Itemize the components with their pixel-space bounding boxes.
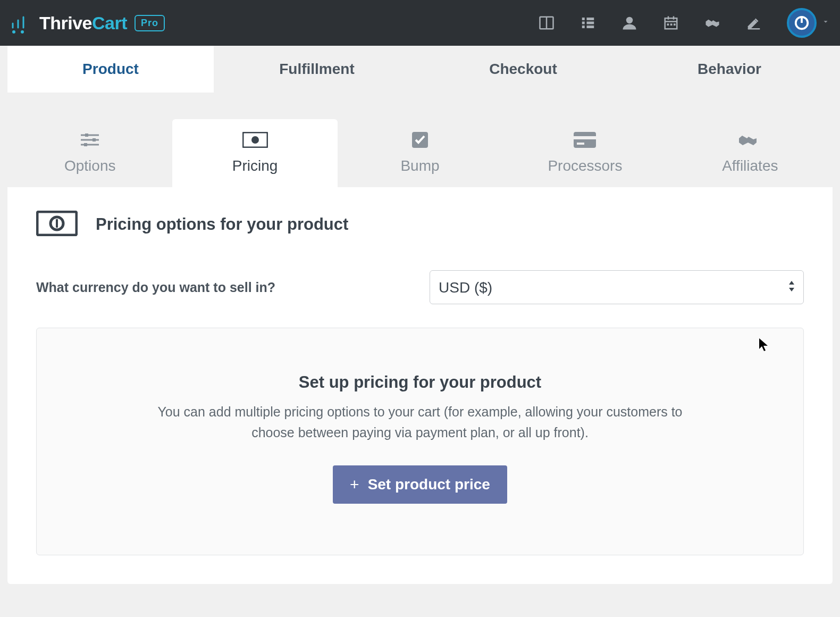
svg-rect-32 xyxy=(574,132,596,148)
logo-cart-icon xyxy=(10,12,32,34)
svg-rect-20 xyxy=(674,23,676,26)
svg-point-4 xyxy=(21,30,24,34)
columns-icon[interactable] xyxy=(538,14,555,31)
logo-part1: Thrive xyxy=(39,13,92,33)
subtab-options[interactable]: Options xyxy=(7,119,172,187)
subtab-options-label: Options xyxy=(64,157,116,174)
svg-rect-27 xyxy=(93,138,96,141)
money-icon xyxy=(36,211,78,238)
card-icon xyxy=(574,132,596,148)
logo-text: ThriveCart xyxy=(39,13,127,34)
svg-rect-10 xyxy=(587,22,594,24)
svg-rect-8 xyxy=(587,18,594,20)
svg-rect-26 xyxy=(85,134,88,137)
subtab-affiliates[interactable]: Affiliates xyxy=(668,119,833,187)
pricing-panel: Pricing options for your product What cu… xyxy=(7,187,833,584)
currency-select[interactable]: USD ($) xyxy=(430,270,804,304)
set-product-price-button[interactable]: + Set product price xyxy=(333,465,507,504)
subtab-bump-label: Bump xyxy=(400,157,439,174)
svg-rect-9 xyxy=(582,22,585,24)
svg-rect-7 xyxy=(582,18,585,20)
checkbox-icon xyxy=(412,132,428,148)
panel-header: Pricing options for your product xyxy=(36,211,804,238)
subtab-pricing[interactable]: Pricing xyxy=(172,119,337,187)
well-title: Set up pricing for your product xyxy=(58,373,782,392)
svg-rect-18 xyxy=(667,23,669,26)
power-icon[interactable] xyxy=(787,8,817,38)
tab-checkout[interactable]: Checkout xyxy=(420,46,626,93)
currency-field: What currency do you want to sell in? US… xyxy=(36,270,804,304)
currency-select-wrap: USD ($) xyxy=(430,270,804,304)
subtabs: Options Pricing Bump Processors Affiliat… xyxy=(7,119,833,187)
handshake-icon[interactable] xyxy=(704,14,721,31)
svg-rect-34 xyxy=(577,143,584,145)
navbar-right xyxy=(538,8,829,38)
well-description: You can add multiple pricing options to … xyxy=(138,402,702,443)
tab-behavior[interactable]: Behavior xyxy=(626,46,833,93)
svg-rect-28 xyxy=(84,143,87,146)
panel-title: Pricing options for your product xyxy=(96,215,348,234)
subtab-processors-label: Processors xyxy=(548,157,622,174)
chevron-down-icon xyxy=(822,18,829,28)
account-menu[interactable] xyxy=(787,8,829,38)
set-product-price-label: Set product price xyxy=(368,476,490,493)
svg-point-13 xyxy=(626,17,633,24)
list-icon[interactable] xyxy=(579,14,597,31)
logo-part2: Cart xyxy=(92,13,127,33)
svg-rect-11 xyxy=(582,26,585,28)
svg-rect-33 xyxy=(574,136,596,139)
sliders-icon xyxy=(80,132,100,148)
tab-product[interactable]: Product xyxy=(7,46,214,93)
subtabs-wrap: Options Pricing Bump Processors Affiliat… xyxy=(0,93,840,187)
svg-rect-19 xyxy=(670,23,673,26)
main-tabs: Product Fulfillment Checkout Behavior xyxy=(0,46,840,93)
calendar-icon[interactable] xyxy=(662,14,679,31)
user-icon[interactable] xyxy=(621,14,638,31)
subtab-pricing-label: Pricing xyxy=(232,157,278,174)
subtab-processors[interactable]: Processors xyxy=(502,119,667,187)
navbar-brand: ThriveCart Pro xyxy=(10,12,165,34)
navbar: ThriveCart Pro xyxy=(0,0,840,46)
money-icon xyxy=(242,132,268,148)
pro-badge: Pro xyxy=(135,15,165,31)
handshake-icon xyxy=(738,132,762,148)
subtab-bump[interactable]: Bump xyxy=(338,119,502,187)
edit-icon[interactable] xyxy=(745,14,762,31)
plus-icon: + xyxy=(350,477,359,493)
subtab-affiliates-label: Affiliates xyxy=(722,157,778,174)
tab-fulfillment[interactable]: Fulfillment xyxy=(214,46,420,93)
svg-point-30 xyxy=(251,136,259,144)
pricing-well: Set up pricing for your product You can … xyxy=(36,328,804,555)
currency-label: What currency do you want to sell in? xyxy=(36,280,430,295)
svg-point-3 xyxy=(12,30,15,34)
svg-rect-12 xyxy=(587,26,594,28)
